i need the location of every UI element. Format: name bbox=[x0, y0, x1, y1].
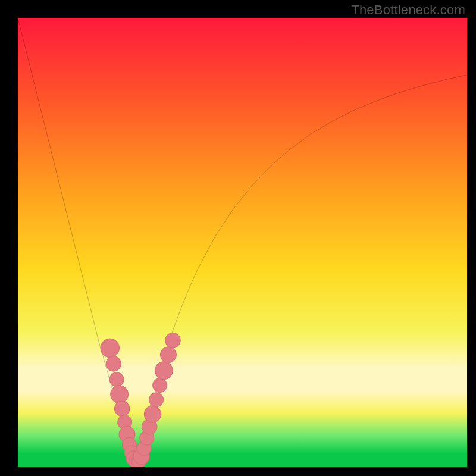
curve-layer bbox=[18, 18, 467, 467]
marker-point bbox=[106, 356, 121, 372]
marker-point bbox=[109, 372, 124, 387]
marker-point bbox=[114, 401, 130, 416]
marker-point bbox=[160, 347, 176, 363]
marker-point bbox=[111, 386, 129, 403]
chart-frame: TheBottleneck.com bbox=[0, 0, 476, 476]
marker-point bbox=[149, 393, 163, 407]
marker-point bbox=[101, 339, 120, 358]
marker-point bbox=[155, 362, 173, 380]
plot-area bbox=[18, 18, 467, 467]
marker-point bbox=[153, 378, 167, 393]
marker-point bbox=[165, 333, 181, 348]
watermark-text: TheBottleneck.com bbox=[351, 2, 465, 18]
marker-point bbox=[144, 406, 161, 423]
curve-right-branch bbox=[134, 75, 467, 463]
